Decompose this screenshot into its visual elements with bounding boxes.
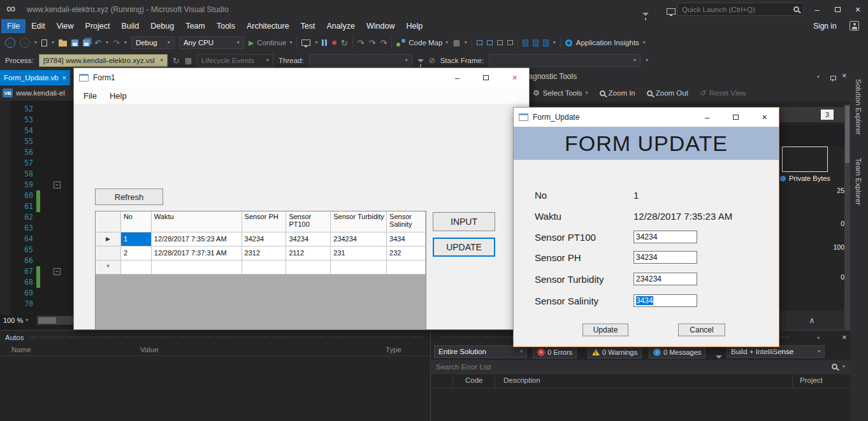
- grid-cell[interactable]: 2: [121, 246, 152, 260]
- menu-edit[interactable]: Edit: [25, 19, 51, 33]
- layout-icon[interactable]: ▦: [452, 39, 459, 46]
- stack-frame-combo[interactable]: ▾: [489, 54, 640, 67]
- close-button[interactable]: ×: [848, 0, 868, 19]
- sensor-pt100-input[interactable]: [633, 231, 697, 243]
- horizontal-scrollbar[interactable]: [37, 316, 73, 325]
- panel-close-icon[interactable]: ×: [842, 71, 847, 80]
- menu-test[interactable]: Test: [295, 19, 321, 33]
- quick-launch[interactable]: Quick Launch (Ctrl+Q): [677, 3, 804, 16]
- messages-toggle-button[interactable]: i 0 Messages: [649, 345, 705, 359]
- menu-team[interactable]: Team: [180, 19, 211, 33]
- autos-column-name[interactable]: Name: [11, 346, 31, 353]
- editor-tab-form-update[interactable]: Form_Update.vb ×: [0, 70, 70, 85]
- chevron-up-icon[interactable]: ∧: [809, 316, 815, 325]
- fold-toggle-icon[interactable]: −: [54, 268, 61, 275]
- reset-view-button[interactable]: ↺ Reset View: [700, 89, 746, 97]
- user-account-icon[interactable]: [850, 21, 859, 31]
- grid-cell[interactable]: 12/28/2017 7:35:23 AM: [152, 232, 242, 246]
- restart-icon[interactable]: ↻: [341, 39, 348, 47]
- vertical-scrollbar[interactable]: [844, 104, 850, 330]
- debug-target-icon[interactable]: [301, 39, 310, 46]
- zoom-in-button[interactable]: Zoom In: [600, 89, 635, 97]
- code-map-button[interactable]: Code Map ▾: [396, 39, 448, 46]
- tab-team-explorer[interactable]: Team Explorer: [855, 158, 862, 205]
- grid-empty-cell[interactable]: [387, 260, 426, 275]
- select-tools-button[interactable]: ⚙ Select Tools ▾: [533, 89, 588, 97]
- grid-empty-cell[interactable]: [286, 260, 331, 275]
- caret-down-icon[interactable]: ▾: [465, 40, 467, 45]
- grid-empty-cell[interactable]: [242, 260, 287, 275]
- menu-architecture[interactable]: Architecture: [241, 19, 295, 33]
- grid-cell[interactable]: 34234: [286, 232, 331, 246]
- redo-dropdown-icon[interactable]: ▾: [124, 40, 127, 45]
- undo-icon[interactable]: ↶: [94, 39, 101, 47]
- sensor-turbidity-input[interactable]: [633, 273, 697, 285]
- navigate-forward-icon[interactable]: →: [20, 38, 30, 48]
- form1-minimize-button[interactable]: –: [443, 68, 472, 87]
- new-file-dropdown-icon[interactable]: ▾: [52, 40, 54, 45]
- bookmark-next-icon[interactable]: [543, 39, 549, 46]
- step-out-icon[interactable]: ↷: [380, 39, 387, 47]
- step-into-icon[interactable]: ↷: [358, 39, 365, 47]
- dock-window-icon[interactable]: [507, 40, 513, 45]
- refresh-button[interactable]: Refresh: [95, 189, 163, 205]
- grid-cell[interactable]: 1: [121, 232, 152, 246]
- feedback-icon[interactable]: [642, 13, 649, 16]
- update-button[interactable]: UPDATE: [433, 238, 495, 257]
- screen-icon[interactable]: [667, 8, 676, 15]
- grid-cell[interactable]: 12/28/2017 7:37:31 AM: [152, 246, 242, 260]
- grid-column-sensor-pt100[interactable]: Sensor PT100: [286, 211, 331, 232]
- scrollbar-thumb[interactable]: [845, 106, 850, 163]
- grid-new-row[interactable]: *: [96, 260, 426, 275]
- minimize-button[interactable]: –: [807, 0, 827, 19]
- grid-empty-cell[interactable]: [331, 260, 387, 275]
- grid-cell[interactable]: 232: [387, 246, 426, 260]
- grid-empty-cell[interactable]: [121, 260, 152, 275]
- grid-column-sensor-salinity[interactable]: Sensor Salinity: [387, 211, 426, 232]
- grid-corner-cell[interactable]: [96, 211, 121, 232]
- new-file-icon[interactable]: [41, 39, 47, 46]
- open-file-icon[interactable]: [59, 41, 67, 46]
- panel-menu-icon[interactable]: ▾: [817, 336, 820, 341]
- form-update-minimize-button[interactable]: –: [693, 108, 721, 127]
- column-description[interactable]: Description: [503, 376, 540, 384]
- break-all-icon[interactable]: [322, 39, 327, 46]
- search-options-icon[interactable]: ▾: [843, 364, 845, 369]
- menu-project[interactable]: Project: [80, 19, 116, 33]
- filter-source-combo[interactable]: Build + IntelliSense ▾: [727, 345, 825, 358]
- process-list-icon[interactable]: ▦: [185, 57, 192, 64]
- grid-empty-cell[interactable]: [152, 260, 242, 275]
- column-project[interactable]: Project: [800, 376, 823, 384]
- form1-close-button[interactable]: ×: [500, 68, 529, 87]
- panel-close-icon[interactable]: ×: [842, 333, 847, 341]
- grid-cell[interactable]: 2312: [242, 246, 287, 260]
- row-header-cell[interactable]: [96, 246, 121, 260]
- project-breadcrumb[interactable]: www.kendali-el: [16, 89, 65, 97]
- scrollbar-thumb[interactable]: [38, 317, 56, 324]
- search-icon[interactable]: [793, 6, 799, 12]
- maximize-button[interactable]: [827, 0, 848, 19]
- errors-toggle-button[interactable]: × 0 Errors: [533, 345, 577, 359]
- input-button[interactable]: INPUT: [433, 212, 495, 231]
- zoom-control[interactable]: 100 % ▾: [0, 315, 37, 326]
- grid-row-1[interactable]: ▶ 1 12/28/2017 7:35:23 AM 34234 34234 23…: [96, 232, 426, 246]
- solution-configuration-combo[interactable]: Debug▾: [131, 36, 175, 49]
- autos-column-type[interactable]: Type: [386, 346, 401, 353]
- search-icon[interactable]: [832, 364, 837, 369]
- caret-down-icon[interactable]: ▾: [315, 40, 317, 45]
- menu-window[interactable]: Window: [361, 19, 400, 33]
- filter-icon[interactable]: [716, 355, 722, 359]
- form-update-close-button[interactable]: ×: [750, 108, 779, 127]
- application-insights-button[interactable]: Application Insights ▾: [565, 39, 646, 46]
- tab-solution-explorer[interactable]: Solution Explorer: [855, 79, 862, 135]
- continue-button[interactable]: ▶ Continue ▾: [249, 39, 293, 46]
- pin-icon[interactable]: [830, 76, 835, 82]
- form1-menu-file[interactable]: File: [77, 91, 103, 101]
- suspend-icon[interactable]: ⊘: [429, 57, 435, 64]
- nav-dropdown-icon[interactable]: ▾: [34, 40, 37, 45]
- breakpoint-margin[interactable]: [0, 101, 11, 315]
- form1-menu-help[interactable]: Help: [103, 91, 133, 101]
- column-code[interactable]: Code: [465, 376, 483, 384]
- menu-view[interactable]: View: [51, 19, 80, 33]
- undo-dropdown-icon[interactable]: ▾: [106, 40, 108, 45]
